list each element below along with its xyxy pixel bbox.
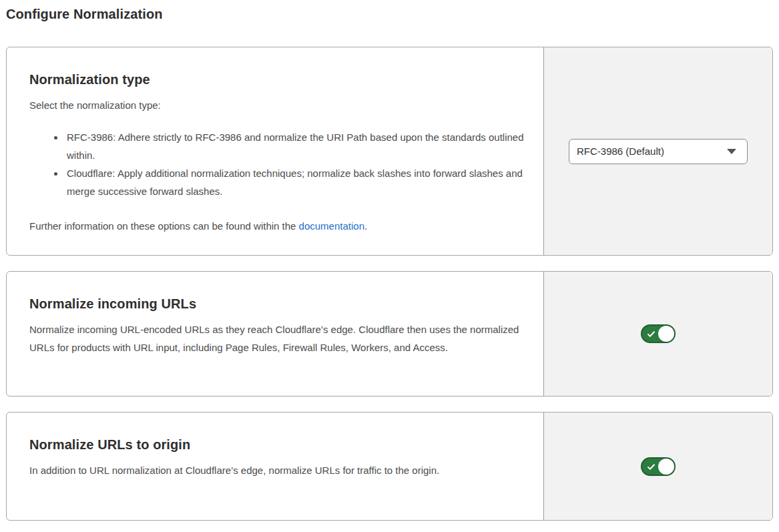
card-heading: Normalization type: [29, 72, 525, 87]
dropdown-selected-value: RFC-3986 (Default): [577, 146, 664, 157]
card-normalize-urls-to-origin: Normalize URLs to origin In addition to …: [6, 412, 773, 521]
card-description: Normalize incoming URL-encoded URLs as t…: [29, 320, 525, 356]
normalize-urls-to-origin-toggle[interactable]: [641, 457, 676, 476]
normalization-options-list: RFC-3986: Adhere strictly to RFC-3986 an…: [29, 128, 525, 200]
card-heading: Normalize URLs to origin: [29, 437, 525, 453]
card-side-panel: [543, 413, 772, 520]
card-intro: Select the normalization type:: [29, 96, 525, 114]
card-normalize-incoming-urls-content: Normalize incoming URLs Normalize incomi…: [7, 272, 543, 396]
documentation-link[interactable]: documentation: [299, 220, 364, 232]
settings-cards: Normalization type Select the normalizat…: [6, 47, 773, 521]
check-icon: [647, 330, 656, 338]
page-title: Configure Normalization: [6, 7, 773, 22]
card-description: In addition to URL normalization at Clou…: [29, 461, 525, 479]
list-item: RFC-3986: Adhere strictly to RFC-3986 an…: [65, 128, 525, 164]
card-side-panel: RFC-3986 (Default): [543, 47, 772, 255]
card-footer-note: Further information on these options can…: [29, 217, 525, 235]
toggle-knob: [658, 326, 674, 342]
caret-down-icon: [727, 149, 736, 154]
footer-text: .: [364, 220, 367, 232]
card-heading: Normalize incoming URLs: [29, 296, 525, 312]
list-item: Cloudflare: Apply additional normalizati…: [65, 164, 525, 200]
card-side-panel: [543, 272, 772, 396]
normalize-incoming-urls-toggle[interactable]: [641, 324, 676, 343]
toggle-knob: [658, 459, 674, 475]
card-normalize-incoming-urls: Normalize incoming URLs Normalize incomi…: [6, 271, 773, 396]
normalization-type-dropdown[interactable]: RFC-3986 (Default): [569, 139, 748, 164]
check-icon: [647, 463, 656, 471]
card-normalize-urls-to-origin-content: Normalize URLs to origin In addition to …: [7, 413, 543, 520]
card-normalization-type: Normalization type Select the normalizat…: [6, 47, 773, 256]
footer-text: Further information on these options can…: [29, 220, 299, 232]
card-normalization-type-content: Normalization type Select the normalizat…: [7, 47, 543, 255]
